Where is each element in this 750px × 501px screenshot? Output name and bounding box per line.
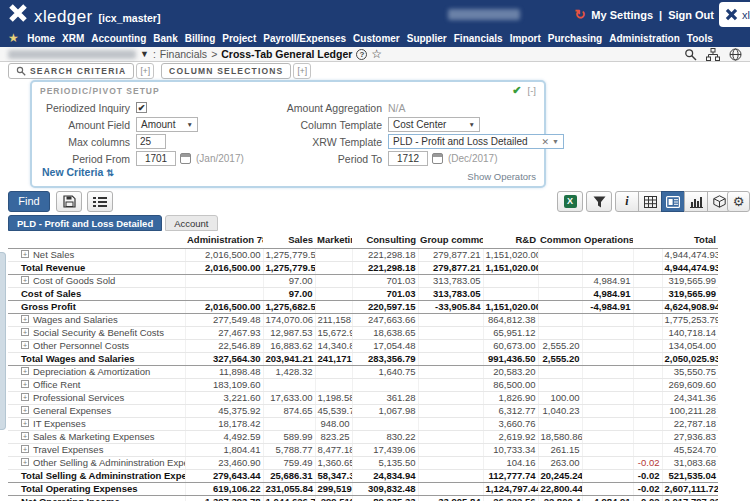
nav-item-billing[interactable]: Billing — [181, 33, 219, 44]
nav-item-tools[interactable]: Tools — [683, 33, 716, 44]
column-header[interactable]: Marketing — [315, 232, 352, 249]
expand-icon[interactable]: + — [21, 458, 29, 466]
column-selections-button[interactable]: COLUMN SELECTIONS — [161, 63, 291, 79]
expand-icon[interactable]: + — [21, 419, 29, 427]
max-columns-input[interactable] — [136, 134, 166, 149]
row-label[interactable]: Gross Profit — [21, 301, 76, 312]
breadcrumb-section[interactable]: Financials — [160, 48, 207, 60]
pivot-view-button[interactable] — [661, 191, 685, 212]
search-criteria-expand[interactable]: [+] — [136, 63, 154, 79]
row-label[interactable]: Cost of Goods Sold — [33, 275, 115, 286]
nav-item-bank[interactable]: Bank — [150, 33, 181, 44]
nav-item-purchasing[interactable]: Purchasing — [544, 33, 605, 44]
row-label[interactable]: Travel Expenses — [33, 444, 103, 455]
nav-item-payroll-expenses[interactable]: Payroll/Expenses — [260, 33, 350, 44]
favorite-toggle-icon[interactable]: ☆ — [371, 48, 382, 60]
left-panel-handle[interactable] — [0, 252, 6, 430]
calendar-icon[interactable] — [432, 153, 443, 164]
settings-button[interactable]: ⚙ — [727, 191, 750, 212]
row-label[interactable]: Office Rent — [33, 379, 80, 390]
chevron-down-icon[interactable]: ▼ — [552, 138, 559, 145]
list-button[interactable] — [87, 191, 113, 212]
xledger-logo[interactable]: xledger [icx_master] — [8, 3, 160, 27]
column-header[interactable]: Total — [662, 232, 718, 249]
xrw-template-combo[interactable]: PLD - Profit and Loss Detailed ✕ ▼ — [388, 134, 564, 149]
expand-icon[interactable]: + — [21, 328, 29, 336]
expand-icon[interactable]: + — [21, 432, 29, 440]
row-label[interactable]: Cost of Sales — [21, 288, 81, 299]
nav-item-customer[interactable]: Customer — [350, 33, 404, 44]
nav-item-import[interactable]: Import — [506, 33, 544, 44]
row-label[interactable]: Professional Services — [33, 392, 124, 403]
expand-icon[interactable]: + — [21, 380, 29, 388]
my-settings-link[interactable]: My Settings — [591, 9, 653, 21]
row-label[interactable]: Total Wages and Salaries — [21, 353, 135, 364]
expand-icon[interactable]: + — [21, 315, 29, 323]
column-header[interactable]: Administration 789 — [185, 232, 263, 249]
info-view-button[interactable]: i — [615, 191, 639, 212]
nav-item-financials[interactable]: Financials — [450, 33, 506, 44]
row-label[interactable]: Total Revenue — [21, 262, 85, 273]
nav-item-accounting[interactable]: Accounting — [88, 33, 150, 44]
favorites-star-icon[interactable]: ★ — [8, 31, 19, 45]
row-label[interactable]: Total Selling & Admininstration Expenses — [21, 470, 185, 481]
excel-export-button[interactable]: X — [557, 191, 583, 212]
row-label[interactable]: Other Personnel Costs — [33, 340, 129, 351]
column-header[interactable]: Operations — [582, 232, 633, 249]
sign-out-link[interactable]: Sign Out — [668, 9, 714, 21]
nav-item-home[interactable]: Home — [24, 33, 59, 44]
period-to-input[interactable] — [388, 151, 428, 166]
find-button[interactable]: Find — [8, 191, 50, 212]
row-label[interactable]: Other Selling & Admininstration Expenses — [33, 457, 185, 468]
nav-item-xrm[interactable]: XRM — [59, 33, 88, 44]
calendar-icon[interactable] — [180, 153, 191, 164]
panel-collapse-control[interactable]: [-] — [528, 85, 536, 96]
nav-item-supplier[interactable]: Supplier — [403, 33, 450, 44]
view-tab[interactable]: Account — [165, 215, 217, 231]
row-label[interactable]: Total Operating Expenses — [21, 483, 138, 494]
expand-icon[interactable]: + — [21, 276, 29, 284]
search-criteria-button[interactable]: SEARCH CRITERIA — [8, 63, 134, 79]
clear-icon[interactable]: ✕ — [539, 137, 553, 147]
row-label[interactable]: General Expenses — [33, 405, 111, 416]
hierarchy-icon[interactable] — [706, 48, 720, 61]
column-selections-expand[interactable]: [+] — [293, 63, 311, 79]
column-header[interactable]: Group common — [418, 232, 483, 249]
new-criteria-link[interactable]: New Criteria ⇅ — [42, 166, 114, 178]
globe-icon[interactable] — [729, 48, 742, 61]
period-from-input[interactable] — [136, 151, 176, 166]
chart-view-button[interactable] — [684, 191, 708, 212]
search-icon[interactable] — [684, 48, 697, 61]
xledger-badge[interactable]: xledger — [719, 2, 750, 27]
row-label[interactable]: Net Operating Income — [21, 496, 120, 501]
help-icon[interactable]: ? — [356, 49, 367, 60]
row-label[interactable]: IT Expenses — [33, 418, 86, 429]
expand-icon[interactable]: + — [21, 445, 29, 453]
row-label[interactable]: Sales & Marketing Expenses — [33, 431, 154, 442]
nav-item-project[interactable]: Project — [219, 33, 260, 44]
expand-icon[interactable]: + — [21, 406, 29, 414]
periodized-inquiry-checkbox[interactable]: ✔ — [136, 102, 147, 113]
context-caret-icon[interactable]: ▼ — [140, 49, 149, 59]
column-header[interactable]: Sales — [263, 232, 315, 249]
column-header[interactable]: R&D — [483, 232, 538, 249]
table-view-button[interactable] — [638, 191, 662, 212]
save-button[interactable] — [56, 191, 82, 212]
expand-icon[interactable]: + — [21, 393, 29, 401]
row-label[interactable]: Depreciation & Amortization — [33, 366, 150, 377]
row-label[interactable]: Social Security & Benefit Costs — [33, 327, 164, 338]
expand-icon[interactable]: + — [21, 367, 29, 375]
row-label[interactable]: Net Sales — [33, 249, 74, 260]
nav-item-administration[interactable]: Administration — [606, 33, 684, 44]
show-operators-link[interactable]: Show Operators — [467, 171, 536, 182]
filter-button[interactable] — [586, 191, 612, 212]
column-header[interactable]: Consulting — [352, 232, 418, 249]
expand-icon[interactable]: + — [21, 250, 29, 258]
amount-field-select[interactable]: Amount▼ — [136, 117, 198, 132]
expand-icon[interactable]: + — [21, 341, 29, 349]
row-label[interactable]: Wages and Salaries — [33, 314, 118, 325]
column-template-select[interactable]: Cost Center▼ — [388, 117, 480, 132]
view-tab[interactable]: PLD - Profit and Loss Detailed — [8, 215, 162, 231]
column-header[interactable]: Common — [538, 232, 582, 249]
cell: 1,275,779.54 — [263, 249, 315, 262]
